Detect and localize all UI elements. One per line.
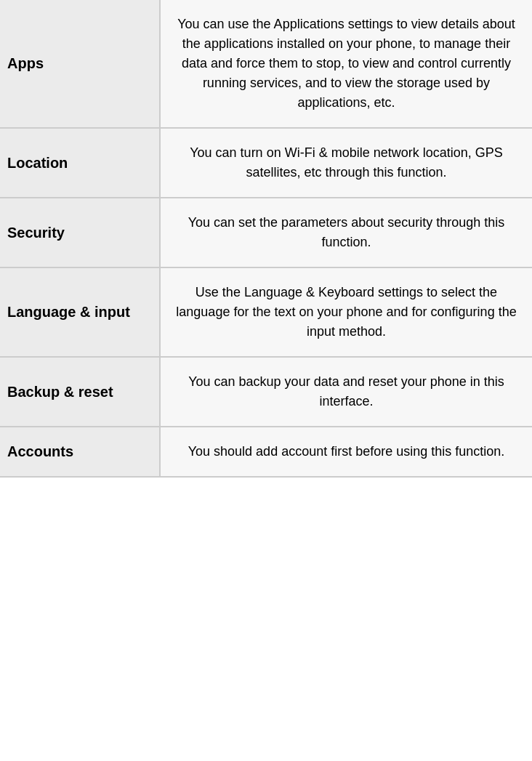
- table-row-location[interactable]: LocationYou can turn on Wi-Fi & mobile n…: [0, 128, 532, 198]
- table-row-language[interactable]: Language & inputUse the Language & Keybo…: [0, 267, 532, 357]
- desc-cell-accounts: You should add account first before usin…: [160, 427, 532, 477]
- label-cell-language: Language & input: [0, 267, 160, 357]
- desc-cell-language: Use the Language & Keyboard settings to …: [160, 267, 532, 357]
- label-cell-location: Location: [0, 128, 160, 198]
- label-cell-security: Security: [0, 198, 160, 267]
- desc-cell-security: You can set the parameters about securit…: [160, 198, 532, 267]
- desc-cell-apps: You can use the Applications settings to…: [160, 0, 532, 128]
- table-row-backup[interactable]: Backup & resetYou can backup your data a…: [0, 357, 532, 427]
- desc-cell-location: You can turn on Wi-Fi & mobile network l…: [160, 128, 532, 198]
- table-row-apps[interactable]: AppsYou can use the Applications setting…: [0, 0, 532, 128]
- desc-cell-backup: You can backup your data and reset your …: [160, 357, 532, 427]
- label-cell-apps: Apps: [0, 0, 160, 128]
- label-cell-backup: Backup & reset: [0, 357, 160, 427]
- settings-table: AppsYou can use the Applications setting…: [0, 0, 532, 478]
- table-row-security[interactable]: SecurityYou can set the parameters about…: [0, 198, 532, 267]
- label-cell-accounts: Accounts: [0, 427, 160, 477]
- table-row-accounts[interactable]: AccountsYou should add account first bef…: [0, 427, 532, 477]
